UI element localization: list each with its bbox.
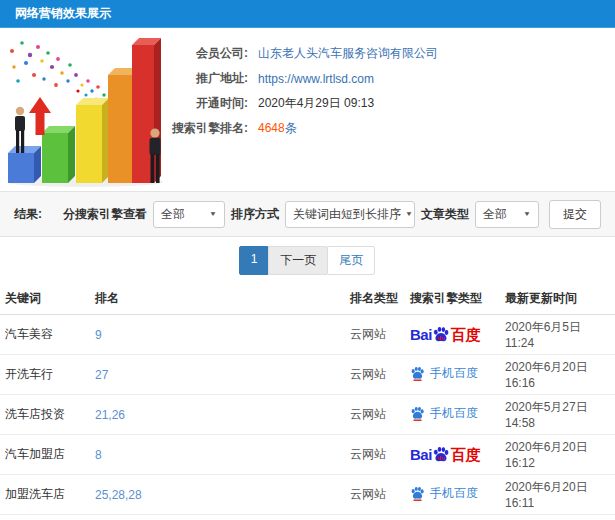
- svg-text:du: du: [437, 334, 444, 340]
- engine-cell: 手机百度: [405, 475, 500, 515]
- baidu-logo-bai-text: Bai: [410, 447, 432, 463]
- engine-cell: Bai du 百度: [405, 435, 500, 475]
- filter-controls: 分搜索引擎查看 全部 ▼ 排序方式 关键词由短到长排序 ▼ 文章类型 全部 ▼ …: [63, 200, 601, 229]
- results-table-body: 汽车美容9云网站Bai du 百度2020年6月5日 11:24开洗车行27云网…: [0, 315, 615, 520]
- updated-cell: 2020年6月20日 16:12: [500, 515, 615, 520]
- baidu-logo: Bai du 百度: [410, 446, 481, 464]
- baidu-paw-icon: [410, 406, 425, 421]
- info-row-url: 推广地址: https://www.lrtlsd.com: [156, 66, 615, 91]
- growth-chart-illustration: [0, 33, 165, 188]
- page-title: 网络营销效果展示: [15, 5, 111, 22]
- table-header-row: 关键词 排名 排名类型 搜索引擎类型 最新更新时间: [0, 283, 615, 315]
- sort-select[interactable]: 关键词由短到长排序 ▼: [285, 201, 415, 228]
- rank-cell[interactable]: 9: [90, 315, 345, 355]
- engine-rank-count-label: 搜索引擎排名:: [156, 120, 248, 137]
- company-name-link[interactable]: 山东老人头汽车服务咨询有限公司: [258, 45, 438, 62]
- article-type-select[interactable]: 全部 ▼: [475, 201, 539, 228]
- article-type-value: 全部: [483, 206, 507, 223]
- engine-cell: Bai du 百度: [405, 315, 500, 355]
- chevron-down-icon: ▼: [405, 210, 413, 217]
- info-row-rank-count: 搜索引擎排名: 4648条: [156, 116, 615, 141]
- info-row-open-time: 开通时间: 2020年4月29日 09:13: [156, 91, 615, 116]
- keyword-cell: 洗车赚钱吗: [0, 515, 90, 520]
- updated-cell: 2020年6月20日 16:11: [500, 475, 615, 515]
- title-bar: 网络营销效果展示: [0, 0, 615, 28]
- table-row: 洗车赚钱吗30云网站 手机百度2020年6月20日 16:12: [0, 515, 615, 520]
- keyword-cell: 汽车加盟店: [0, 435, 90, 475]
- header-updated: 最新更新时间: [500, 283, 615, 315]
- page-1-button[interactable]: 1: [239, 246, 270, 275]
- open-time-value: 2020年4月29日 09:13: [258, 95, 374, 112]
- svg-text:du: du: [437, 454, 444, 460]
- bar-blue: [8, 146, 41, 183]
- engine-rank-count: 4648条: [258, 120, 297, 137]
- keyword-cell: 洗车店投资: [0, 395, 90, 435]
- promotion-url-link[interactable]: https://www.lrtlsd.com: [258, 72, 374, 86]
- engine-filter-value: 全部: [161, 206, 185, 223]
- engine-cell: 手机百度: [405, 515, 500, 520]
- next-page-button[interactable]: 下一页: [268, 246, 328, 275]
- rank-count-unit: 条: [285, 121, 297, 135]
- rank-count-number: 4648: [258, 121, 285, 135]
- mobile-baidu-label: 手机百度: [430, 365, 478, 382]
- baidu-paw-icon: du: [432, 446, 450, 464]
- updated-cell: 2020年6月20日 16:16: [500, 355, 615, 395]
- rank-type-cell: 云网站: [345, 355, 405, 395]
- table-row: 洗车店投资21,26云网站 手机百度2020年5月27日 14:58: [0, 395, 615, 435]
- mobile-baidu-logo: 手机百度: [410, 405, 478, 422]
- confetti-dots: [10, 41, 106, 100]
- engine-filter-label: 分搜索引擎查看: [63, 206, 147, 223]
- rank-type-cell: 云网站: [345, 435, 405, 475]
- rank-cell[interactable]: 8: [90, 435, 345, 475]
- rank-cell[interactable]: 27: [90, 355, 345, 395]
- baidu-paw-icon: [410, 366, 425, 381]
- info-row-company: 会员公司: 山东老人头汽车服务咨询有限公司: [156, 41, 615, 66]
- rank-type-cell: 云网站: [345, 395, 405, 435]
- bar-green: [42, 126, 75, 183]
- header-keyword: 关键词: [0, 283, 90, 315]
- table-row: 开洗车行27云网站 手机百度2020年6月20日 16:16: [0, 355, 615, 395]
- engine-cell: 手机百度: [405, 395, 500, 435]
- mobile-baidu-logo: 手机百度: [410, 365, 478, 382]
- rank-type-cell: 云网站: [345, 515, 405, 520]
- chevron-down-icon: ▼: [209, 210, 217, 217]
- baidu-logo-cn-text: 百度: [451, 327, 481, 343]
- table-row: 汽车美容9云网站Bai du 百度2020年6月5日 11:24: [0, 315, 615, 355]
- keyword-cell: 汽车美容: [0, 315, 90, 355]
- updated-cell: 2020年6月5日 11:24: [500, 315, 615, 355]
- rank-type-cell: 云网站: [345, 475, 405, 515]
- article-type-label: 文章类型: [421, 206, 469, 223]
- results-section-label: 结果:: [14, 206, 42, 223]
- rank-cell[interactable]: 30: [90, 515, 345, 520]
- rank-type-cell: 云网站: [345, 315, 405, 355]
- mobile-baidu-label: 手机百度: [430, 405, 478, 422]
- engine-filter-select[interactable]: 全部 ▼: [153, 201, 225, 228]
- last-page-button[interactable]: 尾页: [327, 246, 375, 275]
- baidu-paw-icon: du: [432, 326, 450, 344]
- table-row: 汽车加盟店8云网站Bai du 百度2020年6月20日 16:12: [0, 435, 615, 475]
- chevron-down-icon: ▼: [523, 210, 531, 217]
- header-engine-type: 搜索引擎类型: [405, 283, 500, 315]
- filter-bar: 结果: 分搜索引擎查看 全部 ▼ 排序方式 关键词由短到长排序 ▼ 文章类型 全…: [0, 191, 615, 237]
- pagination: 1 下一页 尾页: [240, 246, 376, 275]
- updated-cell: 2020年5月27日 14:58: [500, 395, 615, 435]
- baidu-logo-cn-text: 百度: [451, 447, 481, 463]
- table-row: 加盟洗车店25,28,28云网站 手机百度2020年6月20日 16:11: [0, 475, 615, 515]
- baidu-logo-bai-text: Bai: [410, 327, 432, 343]
- sort-label: 排序方式: [231, 206, 279, 223]
- results-table: 关键词 排名 排名类型 搜索引擎类型 最新更新时间 汽车美容9云网站Bai du…: [0, 283, 615, 520]
- open-time-label: 开通时间:: [156, 95, 248, 112]
- baidu-paw-icon: [410, 486, 425, 501]
- header-rank-type: 排名类型: [345, 283, 405, 315]
- rank-cell[interactable]: 25,28,28: [90, 475, 345, 515]
- keyword-cell: 加盟洗车店: [0, 475, 90, 515]
- company-label: 会员公司:: [156, 45, 248, 62]
- updated-cell: 2020年6月20日 16:12: [500, 435, 615, 475]
- submit-button[interactable]: 提交: [549, 200, 601, 229]
- bar-yellow: [76, 98, 109, 183]
- sort-value: 关键词由短到长排序: [293, 206, 401, 223]
- rank-cell[interactable]: 21,26: [90, 395, 345, 435]
- promotion-url-label: 推广地址:: [156, 70, 248, 87]
- pagination-area: 1 下一页 尾页: [0, 237, 615, 283]
- engine-cell: 手机百度: [405, 355, 500, 395]
